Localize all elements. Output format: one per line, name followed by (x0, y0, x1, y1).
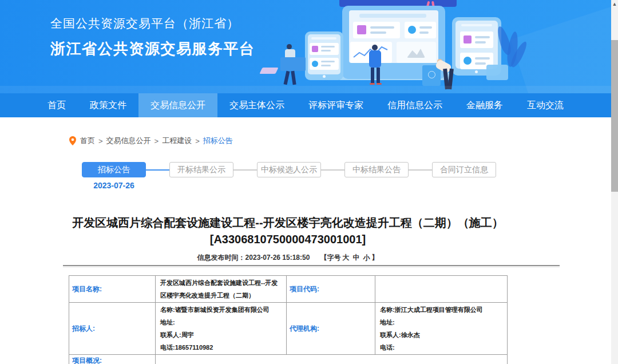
illustration-person (370, 83, 375, 85)
table-value-line: 地址: (160, 316, 282, 329)
font-size-medium-button[interactable]: 中 (352, 254, 359, 262)
step-connector (409, 169, 432, 171)
breadcrumb-item-工程建设[interactable]: 工程建设 (162, 136, 192, 146)
table-value: 名称:浙江大成工程项目管理有限公司地址:联系人:徐永杰电话: (375, 303, 508, 355)
illustration-shape (419, 26, 432, 29)
step-button-招标公告[interactable]: 招标公告 (82, 162, 146, 177)
table-value-line: 名称:浙江大成工程项目管理有限公司 (380, 303, 502, 316)
illustration-card (405, 22, 436, 38)
step-button-中标结果公告[interactable]: 中标结果公告 (344, 162, 409, 177)
illustration-person (377, 68, 380, 83)
illustration-person (284, 71, 290, 85)
breadcrumb-separator: > (98, 137, 103, 145)
illustration-person (377, 83, 382, 85)
step-connector (233, 169, 257, 171)
site-titles: 全国公共资源交易平台（浙江省） 浙江省公共资源交易服务平台 (50, 15, 255, 59)
breadcrumb-separator: > (195, 137, 200, 145)
illustration-card (310, 58, 339, 70)
header-illustration (256, 0, 611, 93)
step-connector (321, 169, 344, 171)
page-title: 开发区城西片综合配套设施建设工程--开发区楼宇亮化改造提升工程（二期）（施工）[… (69, 215, 507, 248)
nav-item-首页[interactable]: 首页 (35, 93, 78, 117)
illustration-shape (0, 86, 611, 93)
step-button-中标候选人公示[interactable]: 中标候选人公示 (257, 162, 321, 177)
step-中标候选人公示: 中标候选人公示 (257, 162, 321, 177)
font-size-small-button[interactable]: 小 (363, 254, 370, 262)
nav-item-交易主体公示[interactable]: 交易主体公示 (217, 93, 296, 117)
illustration-shape (475, 57, 490, 60)
site-title-line2: 浙江省公共资源交易服务平台 (50, 39, 255, 59)
breadcrumb-item-首页[interactable]: 首页 (80, 136, 95, 146)
breadcrumb-item-交易信息公开[interactable]: 交易信息公开 (106, 136, 151, 146)
illustration-shape (312, 46, 318, 52)
illustration-shape (428, 71, 435, 78)
step-button-合同订立信息[interactable]: 合同订立信息 (432, 162, 496, 177)
step-招标公告: 招标公告2023-07-26 (82, 162, 146, 177)
nav-item-金融服务[interactable]: 金融服务 (454, 93, 515, 117)
table-value (156, 355, 508, 364)
image-placeholder-icon (407, 46, 425, 58)
table-value-line: 开发区城西片综合配套设施建设工程--开发区楼宇亮化改造提升工程（二期） (160, 276, 282, 302)
illustration-shape (475, 41, 486, 43)
illustration-shape (475, 36, 490, 38)
font-size-widget: 【字号大中小】 (320, 254, 378, 262)
table-row: 项目概况: (69, 355, 508, 364)
illustration-person (291, 71, 296, 85)
step-开标结果公示: 开标结果公示 (169, 162, 233, 177)
table-value-line: 电话:18657110982 (160, 341, 282, 354)
article: 开发区城西片综合配套设施建设工程--开发区楼宇亮化改造提升工程（二期）（施工）[… (69, 215, 507, 263)
illustration-shape (259, 68, 278, 74)
location-pin-icon (69, 136, 77, 145)
header-banner: 全国公共资源交易平台（浙江省） 浙江省公共资源交易服务平台 (0, 0, 611, 93)
nav-item-评标评审专家[interactable]: 评标评审专家 (296, 93, 375, 117)
table-label: 代理机构: (287, 303, 375, 355)
illustration-shape (464, 57, 472, 65)
scrollbar[interactable]: ▲ (611, 0, 618, 364)
font-size-prefix: 【字号 (320, 254, 340, 262)
breadcrumb: 首页>交易信息公开>工程建设>招标公告 (69, 136, 611, 146)
main-nav: 首页政策文件交易信息公开交易主体公示评标评审专家信用信息公示金融服务互动交流 (0, 93, 611, 117)
nav-item-信用信息公示[interactable]: 信用信息公示 (375, 93, 454, 117)
table-label: 项目名称: (69, 276, 156, 303)
illustration-shape (408, 26, 416, 34)
illustration-shape (461, 24, 492, 26)
site-title-line1: 全国公共资源交易平台（浙江省） (50, 15, 255, 31)
table-label: 项目代码: (287, 276, 375, 303)
font-size-suffix: 】 (371, 254, 378, 262)
step-button-开标结果公示[interactable]: 开标结果公示 (169, 162, 233, 177)
table-label: 项目概况: (69, 355, 156, 364)
illustration-shape (486, 65, 508, 80)
nav-item-政策文件[interactable]: 政策文件 (78, 93, 138, 117)
step-date: 2023-07-26 (82, 181, 146, 190)
publish-line: 信息发布时间：2023-07-26 15:18:50【字号大中小】 (69, 253, 507, 263)
table-value-line: 联系人:徐永杰 (380, 329, 502, 341)
table-value: 开发区城西片综合配套设施建设工程--开发区楼宇亮化改造提升工程（二期） (156, 276, 287, 303)
scrollbar-thumb[interactable] (611, 40, 618, 192)
step-progress: 招标公告2023-07-26开标结果公示中标候选人公示中标结果公告合同订立信息 (82, 162, 611, 177)
scroll-up-icon[interactable]: ▲ (611, 0, 618, 8)
illustration-shape (321, 50, 331, 52)
illustration-person (372, 45, 378, 50)
illustration-card (460, 31, 493, 48)
table-value-line: 名称:诸暨市新城投资开发集团有限公司 (160, 303, 282, 316)
breadcrumb-separator: > (154, 137, 159, 145)
illustration-shape (323, 75, 326, 78)
table-value (375, 276, 508, 303)
illustration-shape (311, 37, 336, 39)
main-content: 首页>交易信息公开>工程建设>招标公告 招标公告2023-07-26开标结果公示… (0, 117, 611, 364)
font-size-large-button[interactable]: 大 (342, 254, 349, 262)
table-label: 招标人: (69, 303, 156, 355)
nav-item-互动交流[interactable]: 互动交流 (515, 93, 576, 117)
illustration-shape (370, 31, 386, 34)
illustration-shape (321, 46, 335, 48)
breadcrumb-item-招标公告[interactable]: 招标公告 (203, 136, 233, 146)
illustration-image-card (397, 42, 436, 63)
breadcrumb-items: 首页>交易信息公开>工程建设>招标公告 (80, 136, 233, 146)
illustration-shape (370, 26, 394, 29)
publish-time-label: 信息发布时间： (197, 254, 245, 262)
nav-item-交易信息公开[interactable]: 交易信息公开 (138, 93, 217, 117)
illustration-person (371, 68, 374, 83)
table-row: 项目名称:开发区城西片综合配套设施建设工程--开发区楼宇亮化改造提升工程（二期）… (69, 276, 508, 303)
illustration-shape (357, 25, 366, 34)
illustration-shape (359, 14, 426, 18)
